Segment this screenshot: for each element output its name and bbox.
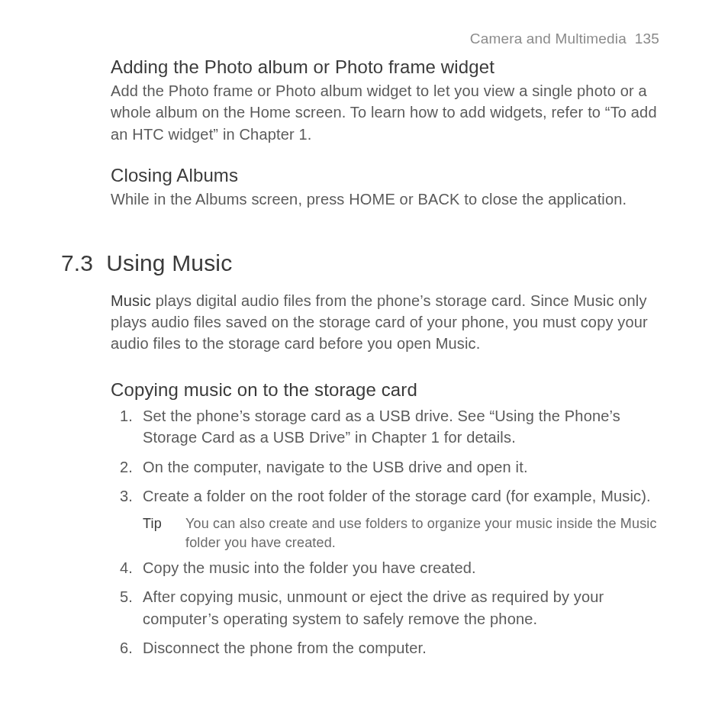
intro-block: Music plays digital audio files from the…: [111, 290, 667, 355]
step-item: Disconnect the phone from the computer.: [111, 637, 667, 659]
step-item: After copying music, unmount or eject th…: [111, 586, 667, 630]
body-adding-widget: Add the Photo frame or Photo album widge…: [111, 80, 667, 145]
chapter-heading: 7.3 Using Music: [61, 250, 667, 276]
intro-rest: plays digital audio files from the phone…: [111, 292, 648, 353]
page-header: Camera and Multimedia 135: [61, 31, 667, 47]
step-item: Copy the music into the folder you have …: [111, 557, 667, 578]
tip-text: You can also create and use folders to o…: [185, 514, 667, 552]
section-copying-music: Copying music on to the storage card Set…: [111, 379, 667, 659]
intro-lead: Music: [111, 292, 151, 309]
chapter-label: Camera and Multimedia: [470, 31, 627, 47]
body-closing-albums: While in the Albums screen, press HOME o…: [111, 188, 667, 210]
tip-label: Tip: [143, 514, 185, 552]
steps-list: Set the phone’s storage card as a USB dr…: [111, 405, 667, 507]
steps-list-cont: Copy the music into the folder you have …: [111, 557, 667, 659]
chapter-number: 7.3: [61, 250, 93, 275]
step-item: Set the phone’s storage card as a USB dr…: [111, 405, 667, 449]
tip-row: Tip You can also create and use folders …: [143, 514, 667, 552]
step-item: On the computer, navigate to the USB dri…: [111, 456, 667, 478]
section-adding-widget: Adding the Photo album or Photo frame wi…: [111, 56, 667, 145]
page-container: Camera and Multimedia 135 Adding the Pho…: [0, 0, 728, 697]
section-closing-albums: Closing Albums While in the Albums scree…: [111, 165, 667, 210]
step-item: Create a folder on the root folder of th…: [111, 485, 667, 507]
subheading-adding-widget: Adding the Photo album or Photo frame wi…: [111, 56, 667, 78]
chapter-title: Using Music: [106, 250, 232, 275]
page-number: 135: [635, 31, 659, 47]
subheading-closing-albums: Closing Albums: [111, 165, 667, 186]
intro-text: Music plays digital audio files from the…: [111, 290, 667, 355]
subheading-copying-music: Copying music on to the storage card: [111, 379, 667, 401]
